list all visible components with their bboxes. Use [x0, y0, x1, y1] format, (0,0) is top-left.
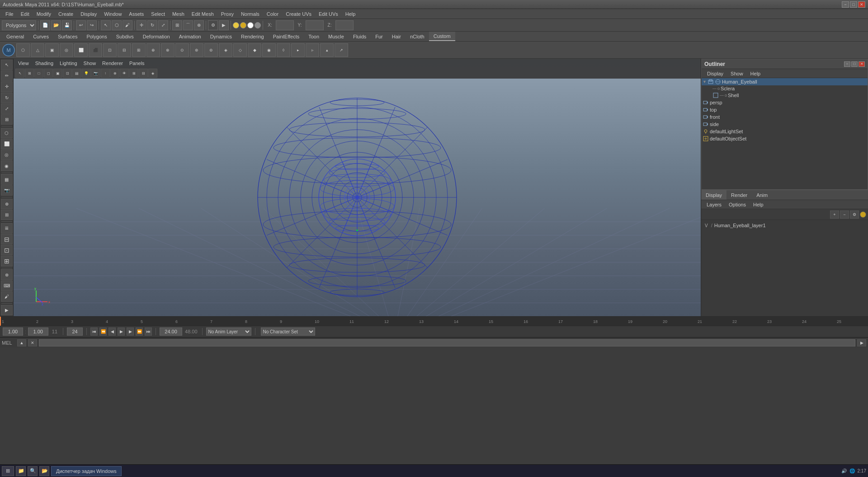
lt-grid[interactable]: ⊞	[1, 210, 13, 220]
shelf-icon-8[interactable]: ⊟	[118, 43, 131, 57]
lt-soft-sel[interactable]: ◉	[1, 160, 13, 171]
shelf-icon-18[interactable]: ◉	[262, 43, 276, 57]
tb-render[interactable]: ▶	[219, 20, 229, 30]
shelf-tab-painteffects[interactable]: PaintEffects	[269, 32, 304, 41]
tb-lasso[interactable]: ⬡	[112, 20, 122, 30]
vp-tb-isolate[interactable]: ⊕	[110, 69, 119, 78]
shelf-icon-2[interactable]: △	[31, 43, 44, 57]
tb-save[interactable]: 💾	[62, 20, 72, 30]
outliner-close-button[interactable]: ✕	[859, 61, 865, 67]
tb-new[interactable]: 📄	[40, 20, 50, 30]
vp-tb-hide[interactable]: 👁	[120, 69, 129, 78]
tb-y-val[interactable]	[306, 20, 324, 30]
tb-undo[interactable]: ↩	[76, 20, 86, 30]
shelf-tab-deformation[interactable]: Deformation	[138, 32, 175, 41]
brp-delete-layer[interactable]: −	[840, 210, 849, 219]
shelf-tab-dynamics[interactable]: Dynamics	[206, 32, 236, 41]
outliner-menu-show[interactable]: Show	[727, 70, 747, 77]
lt-component[interactable]: ◎	[1, 150, 13, 160]
shelf-icon-1[interactable]: ⬡	[16, 43, 30, 57]
brp-sub-options[interactable]: Options	[725, 201, 750, 208]
tb-x-val[interactable]	[276, 20, 294, 30]
shelf-icon-14[interactable]: ⊜	[204, 43, 218, 57]
shelf-icon-12[interactable]: ⊙	[175, 43, 189, 57]
start-button[interactable]: ⊞	[2, 466, 14, 476]
shelf-icon-5[interactable]: ⬜	[74, 43, 88, 57]
vp-tb-render-disp[interactable]: ◈	[148, 69, 157, 78]
play-start-button[interactable]: ⏮	[90, 327, 98, 336]
outliner-item-side[interactable]: side	[702, 121, 868, 128]
menu-create[interactable]: Create	[55, 10, 77, 18]
outliner-item-persp[interactable]: persp	[702, 99, 868, 106]
shelf-icon-17[interactable]: ◆	[248, 43, 261, 57]
mel-run-button[interactable]: ▶	[857, 339, 866, 346]
shelf-icon-3[interactable]: ▣	[45, 43, 59, 57]
brp-new-layer[interactable]: +	[830, 210, 839, 219]
menu-display[interactable]: Display	[77, 10, 100, 18]
outliner-item-shell[interactable]: — o Shell	[702, 92, 868, 99]
vp-tb-resolution[interactable]: ⊟	[139, 69, 148, 78]
menu-modify[interactable]: Modify	[33, 10, 55, 18]
vp-tb-smooth[interactable]: ◻	[44, 69, 53, 78]
shelf-tab-custom[interactable]: Custom	[429, 32, 455, 41]
lt-lasso[interactable]: ⬡	[1, 128, 13, 138]
maximize-button[interactable]: □	[850, 1, 857, 8]
tb-open[interactable]: 📂	[51, 20, 61, 30]
shelf-icon-16[interactable]: ◇	[233, 43, 247, 57]
vp-tb-wireframe[interactable]: □	[34, 69, 43, 78]
vp-tb-camera[interactable]: 📷	[91, 69, 100, 78]
shelf-tab-toon[interactable]: Toon	[304, 32, 324, 41]
vp-tb-select[interactable]: ↖	[15, 69, 24, 78]
vp-tb-grid-disp[interactable]: ⊞	[25, 69, 34, 78]
tb-rotate[interactable]: ↻	[147, 20, 157, 30]
shelf-icon-15[interactable]: ◈	[219, 43, 232, 57]
color-gray[interactable]	[255, 22, 261, 28]
lt-select-tool[interactable]: ↖	[1, 60, 13, 70]
shelf-icon-10[interactable]: ⊕	[146, 43, 160, 57]
shelf-icon-13[interactable]: ⊛	[190, 43, 203, 57]
mel-clear-button[interactable]: ✕	[28, 339, 37, 346]
lt-attrs[interactable]: ⊡	[1, 245, 13, 255]
shelf-tab-muscle[interactable]: Muscle	[324, 32, 349, 41]
brp-sub-layers[interactable]: Layers	[703, 201, 725, 208]
mode-dropdown[interactable]: Polygons	[2, 20, 36, 30]
brp-sub-help[interactable]: Help	[750, 201, 767, 208]
tb-snap-point[interactable]: ⊕	[194, 20, 204, 30]
brp-tab-display[interactable]: Display	[701, 190, 726, 200]
anim-layer-select[interactable]: No Anim Layer	[206, 327, 251, 336]
shelf-icon-22[interactable]: ▴	[320, 43, 334, 57]
tb-snap-curve[interactable]: ⌒	[183, 20, 193, 30]
shelf-icon-20[interactable]: ▸	[291, 43, 305, 57]
brp-settings[interactable]: ⚙	[850, 210, 859, 219]
shelf-icon-11[interactable]: ⊗	[161, 43, 175, 57]
shelf-tab-ncloth[interactable]: nCloth	[406, 32, 429, 41]
brp-color[interactable]	[860, 211, 866, 218]
frame-current-field[interactable]	[28, 327, 48, 336]
tb-scale[interactable]: ⤢	[158, 20, 168, 30]
lt-playback[interactable]: ▶	[1, 305, 13, 315]
vp-tb-shaded[interactable]: ▣	[53, 69, 62, 78]
shelf-tab-subdivs[interactable]: Subdivs	[112, 32, 138, 41]
frame-start-field[interactable]	[3, 327, 23, 336]
tb-render-settings[interactable]: ⚙	[208, 20, 218, 30]
menu-proxy[interactable]: Proxy	[217, 10, 237, 18]
task-icon-1[interactable]: 📁	[16, 466, 26, 476]
shelf-icon-6[interactable]: ⬛	[89, 43, 102, 57]
menu-edit-mesh[interactable]: Edit Mesh	[188, 10, 217, 18]
vp-tb-lighting[interactable]: 💡	[82, 69, 91, 78]
lt-marquee[interactable]: ⬜	[1, 139, 13, 149]
vp-menu-panels[interactable]: Panels	[127, 60, 147, 66]
tb-snap-grid[interactable]: ⊞	[172, 20, 182, 30]
next-key-button[interactable]: ⏩	[136, 327, 143, 336]
shelf-icon-23[interactable]: ↗	[335, 43, 348, 57]
vp-tb-frame[interactable]: ⊞	[129, 69, 138, 78]
shelf-tab-animation[interactable]: Animation	[175, 32, 206, 41]
color-yellow[interactable]	[233, 22, 239, 28]
shelf-icon-19[interactable]: ◊	[277, 43, 290, 57]
lt-show-manip[interactable]: ⊕	[1, 199, 13, 209]
lt-paint-tool[interactable]: ✏	[1, 70, 13, 81]
shelf-tab-hair[interactable]: Hair	[387, 32, 406, 41]
shelf-icon-21[interactable]: ▹	[306, 43, 319, 57]
outliner-item-top[interactable]: top	[702, 106, 868, 113]
play-button[interactable]: ▶	[118, 327, 125, 336]
